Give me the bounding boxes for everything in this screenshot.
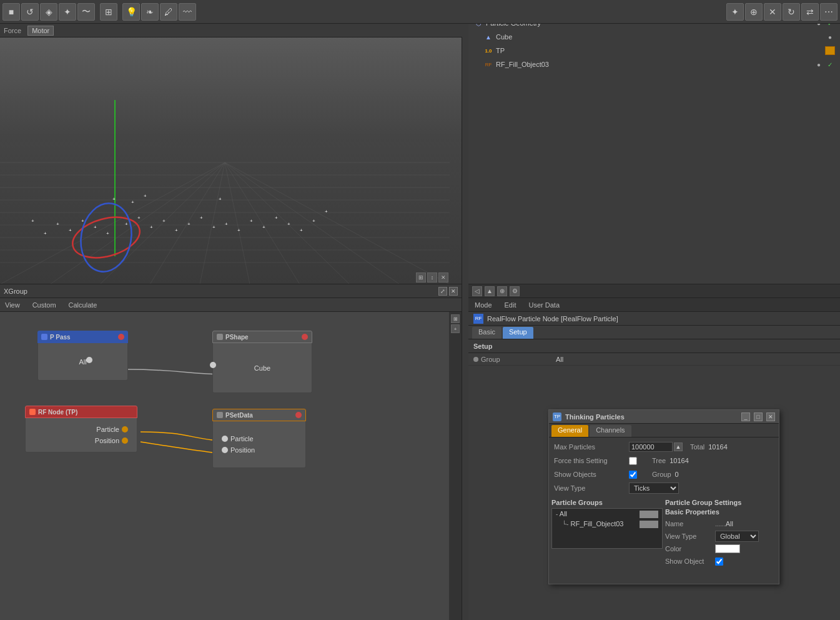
obj-cube-vis[interactable]: ●	[825, 32, 835, 41]
ppass-header: P Pass	[37, 331, 128, 343]
props-menu-edit[interactable]: Edit	[502, 300, 519, 310]
tp-minimize-icon[interactable]: _	[741, 412, 750, 421]
props-tab-setup[interactable]: Setup	[503, 327, 533, 339]
xgroup-menu-custom[interactable]: Custom	[30, 300, 59, 310]
object-row-tp[interactable]: 1.0 TP	[471, 44, 838, 58]
obj-rffill-vis[interactable]: ●	[814, 60, 824, 69]
tp-group-all-color[interactable]	[640, 511, 658, 518]
tp-tabs: General Channels	[549, 424, 779, 438]
tp-maxparticles-row: Max Particles ▲ Total 10164	[551, 440, 776, 454]
object-row-cube[interactable]: ▲ Cube ●	[471, 30, 838, 44]
tp-tab-channels[interactable]: Channels	[590, 425, 631, 437]
pshape-header: PShape	[212, 331, 312, 343]
tp-close-icon[interactable]: ✕	[766, 412, 775, 421]
props-tabs: Basic Setup	[468, 326, 840, 339]
render-active-icon[interactable]: ✕	[764, 3, 781, 21]
play-icon[interactable]: ↻	[783, 3, 800, 21]
motor-button[interactable]: Motor	[27, 26, 54, 36]
particle: +	[325, 209, 328, 214]
expand-xgroup-icon[interactable]: ⤢	[438, 287, 447, 296]
tp-group-rffill-name: RF_Fill_Object03	[570, 520, 623, 528]
psetdata-title: PSetData	[225, 412, 253, 419]
props-menu-mode[interactable]: Mode	[472, 300, 495, 310]
psetdata-particle-port[interactable]	[222, 436, 228, 442]
tp-viewtype-dropdown[interactable]: Ticks Dots None	[629, 482, 679, 494]
psetdata-output-indicator	[295, 412, 302, 418]
tp-increment-icon[interactable]: ▲	[674, 442, 683, 451]
tp-maxparticles-input[interactable]	[629, 442, 673, 452]
tp-forcesetting-checkbox[interactable]	[629, 457, 637, 465]
xgroup-menubar: View Custom Calculate	[0, 298, 462, 312]
leaf-icon[interactable]: ❧	[141, 3, 159, 21]
tp-showobj-checkbox[interactable]	[715, 558, 723, 566]
more-icon[interactable]: ⋯	[820, 3, 838, 21]
tp-showobjects-checkbox[interactable]	[629, 471, 637, 479]
svg-point-20	[76, 200, 137, 275]
xgroup-sc2[interactable]: +	[451, 324, 460, 333]
brush-tool-icon[interactable]: 〜	[77, 3, 95, 21]
wave-icon[interactable]: 〰	[179, 3, 196, 21]
glasses-icon[interactable]: ⊞	[100, 3, 117, 21]
rfnode-node[interactable]: RF Node (TP) Particle Position	[25, 406, 137, 452]
ppass-output-port[interactable]	[86, 357, 92, 363]
nav-zoom-icon[interactable]: ⊕	[497, 286, 507, 296]
tp-button-icon[interactable]	[825, 46, 835, 55]
xgroup-menu-calculate[interactable]: Calculate	[66, 300, 100, 310]
tp-showobj-label: Show Object	[665, 558, 715, 565]
light-icon[interactable]: 💡	[122, 3, 140, 21]
props-menu-userdata[interactable]: User Data	[526, 300, 563, 310]
pshape-body-text: Cube	[254, 364, 270, 372]
tp-maximize-icon[interactable]: □	[754, 412, 763, 421]
rotation-rings	[69, 200, 144, 275]
playback-icon[interactable]: ⇄	[801, 3, 819, 21]
props-tab-basic[interactable]: Basic	[472, 327, 502, 339]
close-viewport-icon[interactable]: ✕	[438, 272, 448, 282]
tp-particle-groups-title: Particle Groups	[551, 499, 663, 506]
cube-icon: ▲	[483, 32, 493, 42]
tp-groups-listbox[interactable]: - All └- RF_Fill_Object03	[551, 508, 663, 549]
realflow-node-icon: RF	[473, 314, 483, 324]
tp-color-swatch[interactable]	[715, 544, 740, 553]
tp-name-value: All	[726, 520, 776, 528]
object-tool-icon[interactable]: ◈	[40, 3, 57, 21]
pshape-input-port[interactable]	[210, 362, 216, 368]
viewport-3d[interactable]: + + + + + + + + + + + + + + + + + + + + …	[0, 38, 462, 284]
object-row-rffill[interactable]: RF RF_Fill_Object03 ● ✓	[471, 58, 838, 71]
tp-group-rffill-color[interactable]	[640, 521, 658, 528]
tp-tab-general[interactable]: General	[551, 425, 588, 437]
obj-rffill-check[interactable]: ✓	[825, 60, 835, 69]
pshape-node[interactable]: PShape Cube	[212, 331, 312, 393]
tp-group-all[interactable]: - All	[552, 509, 662, 519]
xgroup-sc1[interactable]: ⊞	[451, 314, 460, 323]
maximize-icon[interactable]: ↕	[427, 272, 437, 282]
psetdata-node[interactable]: PSetData Particle Position	[212, 409, 306, 468]
tp-group-rffill[interactable]: └- RF_Fill_Object03	[552, 519, 662, 529]
psetdata-position-port[interactable]	[222, 447, 228, 453]
tp-bp-viewtype-dropdown[interactable]: Global Ticks Dots	[715, 531, 759, 542]
tp-basic-props-title: Basic Properties	[665, 508, 776, 516]
close-xgroup-icon[interactable]: ✕	[449, 287, 458, 296]
particle: +	[162, 219, 166, 224]
props-group-label: Group	[481, 356, 556, 363]
feather-icon[interactable]: 🖊	[160, 3, 177, 21]
props-group-row: Group All	[468, 353, 840, 366]
tp-total-value: 10164	[708, 443, 728, 451]
render-icon[interactable]: ✦	[726, 3, 744, 21]
nav-back-icon[interactable]: ◁	[472, 286, 482, 296]
tp-panel-title: Thinking Particles	[565, 413, 738, 421]
xgroup-menu-view[interactable]: View	[2, 300, 22, 310]
rfnode-particle-port[interactable]	[122, 426, 128, 432]
cube-tool-icon[interactable]: ■	[2, 3, 20, 21]
camera-icon[interactable]: ⊞	[416, 272, 426, 282]
nav-up-icon[interactable]: ▲	[485, 286, 495, 296]
tp-groups-left: Particle Groups - All └- RF_Fill_Object0…	[551, 499, 663, 568]
rotate-tool-icon[interactable]: ↺	[21, 3, 39, 21]
render-region-icon[interactable]: ⊕	[745, 3, 763, 21]
nav-settings-icon[interactable]: ⚙	[510, 286, 520, 296]
particle: +	[212, 225, 215, 230]
xgroup-canvas[interactable]: P Pass All PShape Cube	[0, 312, 462, 620]
ppass-node[interactable]: P Pass All	[37, 331, 128, 381]
particles-tool-icon[interactable]: ✦	[59, 3, 76, 21]
rfnode-position-port[interactable]	[122, 438, 128, 444]
rfnode-color-icon	[29, 409, 36, 415]
